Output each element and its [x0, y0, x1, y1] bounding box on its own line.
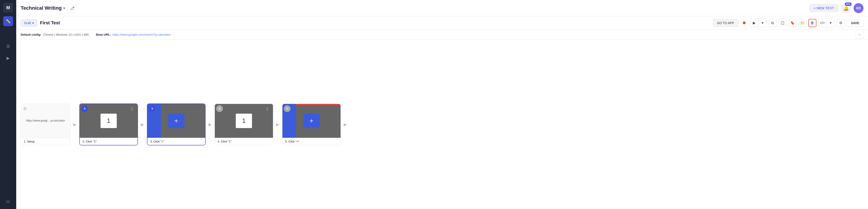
bookmark-button[interactable]: 🔖 [788, 19, 797, 27]
draft-chevron-icon: ▾ [32, 21, 34, 25]
step-thumbnail-setup: ⚙ https://www.googl... q=calculator [21, 104, 70, 138]
mouse-click-icon-4: 🖱 [216, 105, 223, 112]
sidebar: M ✏️ ☰ ▶ 🗂 [0, 0, 16, 209]
step-container-3: 🖱 + 3. Click "+" [147, 103, 206, 145]
code-group: </> ▾ [818, 19, 835, 27]
step-card-setup[interactable]: ⚙ https://www.googl... q=calculator 1. S… [21, 104, 70, 145]
calc-key-1: 1 [100, 114, 117, 128]
copy-button[interactable]: ⧉ [769, 19, 777, 27]
step-thumbnail-3: 🖱 + [147, 104, 205, 138]
step-card-5[interactable]: 🖱 + 5. Click "+" [282, 104, 341, 145]
toolbar-right: GO TO APP ⏺ ▶ ▾ ⧉ 📋 [713, 19, 864, 27]
settings-button[interactable]: ⚙ [837, 19, 845, 27]
step-label-4: 4. Click "1" [215, 138, 273, 145]
step-container-setup: ⚙ https://www.googl... q=calculator 1. S… [21, 104, 70, 145]
step-card-3[interactable]: 🖱 + 3. Click "+" [147, 103, 206, 145]
calc-thumb-5: + [282, 104, 341, 138]
play-icon: ▶ [753, 21, 755, 25]
draft-dropdown[interactable]: Draft ▾ [21, 20, 37, 27]
delete-button[interactable]: 🗑 [808, 19, 816, 27]
code-icon: </> [820, 21, 825, 25]
sidebar-item-list[interactable]: ☰ [3, 41, 13, 51]
calc-thumb-3: + [147, 104, 205, 138]
sidebar-item-edit[interactable]: ✏️ [3, 16, 13, 26]
setup-url-text: https://www.googl... q=calculator [26, 119, 65, 123]
branch-icon: ⎇ [70, 6, 74, 10]
sidebar-item-play[interactable]: ▶ [3, 53, 13, 63]
calc-key-1-b: 1 [236, 114, 252, 128]
config-more-button[interactable]: ··· [856, 31, 864, 39]
step-arrow-2: ▶ [138, 122, 147, 127]
toolbar: Draft ▾ First Test GO TO APP ⏺ ▶ ▾ ⧉ [16, 16, 868, 30]
steps-area: ⚙ https://www.googl... q=calculator 1. S… [16, 40, 868, 209]
gear-icon: ⚙ [23, 106, 27, 111]
step-arrow-4: ▶ [273, 122, 282, 127]
paste-button[interactable]: 📋 [778, 19, 787, 27]
calc-number-2: 2 [131, 107, 133, 111]
step-thumbnail-2: 🖱 1 2 [80, 104, 137, 138]
step-card-2[interactable]: 🖱 1 2 2. Click "1" [79, 103, 138, 145]
sidebar-item-folder-settings[interactable]: 🗂 [3, 197, 13, 206]
play-dropdown-icon: ▾ [762, 21, 764, 25]
draft-label: Draft [24, 21, 31, 25]
project-dropdown-icon: ▾ [63, 6, 65, 10]
step-arrow-1: ▶ [70, 122, 79, 127]
play-icon: ▶ [6, 56, 10, 61]
main-area: Technical Writing ▾ ⎇ + NEW TEST 🔔 60% E… [16, 0, 868, 209]
step-container-4: 🖱 1 2 4. Click "1" [215, 104, 273, 145]
notification-button[interactable]: 🔔 60% [841, 3, 851, 13]
base-url-value: https://www.google.com/search?q=calculat… [113, 33, 170, 36]
project-name-text: Technical Writing [21, 5, 62, 11]
bookmark-icon: 🔖 [790, 21, 795, 25]
edit-icon: ✏️ [6, 19, 10, 24]
mouse-click-icon-5: 🖱 [284, 105, 290, 112]
record-icon: ⏺ [742, 21, 746, 25]
mouse-click-icon-3: 🖱 [149, 105, 156, 112]
code-dropdown-icon: ▾ [830, 21, 832, 25]
step-arrow-5: ▶ [341, 122, 350, 127]
folder-button[interactable]: 📁 [798, 19, 806, 27]
step-container-5: 🖱 + 5. Click "+" [282, 104, 341, 145]
folder-settings-icon: 🗂 [6, 199, 10, 204]
play-button[interactable]: ▶ [750, 19, 758, 27]
calc-key-plus: + [168, 114, 184, 128]
trash-icon: 🗑 [810, 21, 814, 25]
code-button[interactable]: </> [818, 19, 827, 27]
new-test-button[interactable]: + NEW TEST [809, 4, 838, 12]
step-arrow-3: ▶ [206, 122, 215, 127]
step-container-2: 🖱 1 2 2. Click "1" [79, 103, 138, 145]
save-button[interactable]: SAVE [846, 19, 864, 27]
config-bar: Default config: Chrome | Windows 10 | 10… [16, 30, 868, 40]
copy-icon: ⧉ [771, 21, 774, 25]
project-name[interactable]: Technical Writing ▾ [21, 5, 65, 11]
step-card-4[interactable]: 🖱 1 2 4. Click "1" [215, 104, 273, 145]
step-thumbnail-5: 🖱 + [282, 104, 341, 138]
paste-icon: 📋 [780, 21, 785, 25]
gear-icon: ⚙ [839, 21, 842, 25]
calc-key-plus-b: + [303, 114, 320, 128]
calc-number-4: 2 [266, 107, 269, 111]
code-dropdown-button[interactable]: ▾ [827, 19, 835, 27]
folder-icon: 📁 [800, 21, 805, 25]
step-label-5: 5. Click "+" [282, 138, 341, 145]
sidebar-bottom: 🗂 [3, 197, 13, 206]
sidebar-logo[interactable]: M [3, 3, 13, 12]
config-label: Default config: [21, 33, 41, 36]
play-group: ▶ ▾ [750, 19, 767, 27]
go-to-app-button[interactable]: GO TO APP [713, 19, 738, 27]
play-dropdown-button[interactable]: ▾ [758, 19, 767, 27]
list-icon: ☰ [6, 44, 10, 49]
record-button[interactable]: ⏺ [740, 19, 748, 27]
step-label-3: 3. Click "+" [147, 138, 205, 145]
calc-thumb-4: 1 2 [215, 104, 273, 138]
step-label-2: 2. Click "1" [80, 138, 137, 145]
branch-button[interactable]: ⎇ [68, 4, 76, 12]
topbar: Technical Writing ▾ ⎇ + NEW TEST 🔔 60% E… [16, 0, 868, 16]
config-value: Chrome | Windows 10 | 1024 x 680 [43, 33, 89, 36]
test-title: First Test [40, 20, 60, 26]
avatar[interactable]: ER [854, 3, 864, 13]
step-label-setup: 1. Setup [21, 138, 70, 145]
base-url-label: Base URL: [96, 33, 111, 36]
step-thumbnail-4: 🖱 1 2 [215, 104, 273, 138]
sidebar-divider [2, 29, 14, 39]
